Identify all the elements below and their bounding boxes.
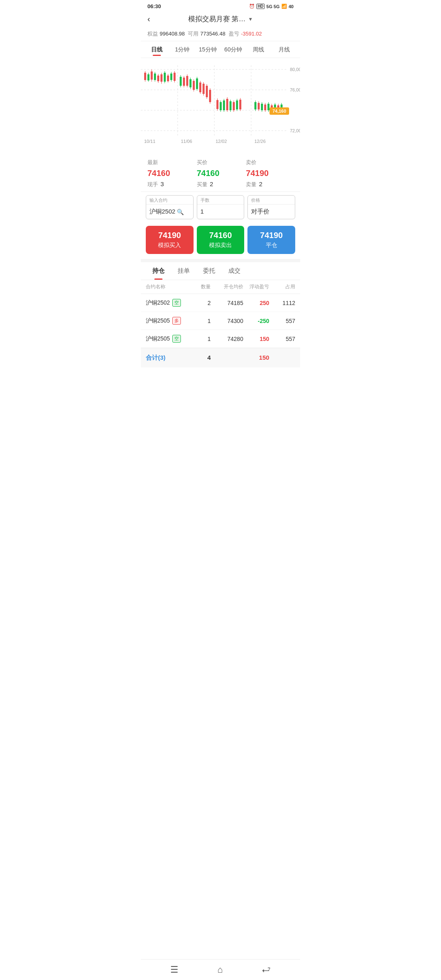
buy-qty-value: 2 bbox=[210, 180, 213, 187]
hands-value: 1 bbox=[200, 208, 204, 215]
latest-price-item: 最新 74160 现手 3 bbox=[147, 159, 195, 188]
svg-text:76,000: 76,000 bbox=[290, 87, 300, 92]
margin-3: 557 bbox=[269, 336, 295, 342]
tab-monthly[interactable]: 月线 bbox=[272, 43, 297, 56]
wifi-icon: 📶 bbox=[281, 4, 287, 9]
pnl-value: -3591.02 bbox=[241, 31, 262, 37]
tab-daily[interactable]: 日线 bbox=[144, 43, 169, 56]
app-header: ‹ 模拟交易月赛 第… ▼ bbox=[141, 11, 300, 27]
contract-value: 沪铜2502 bbox=[149, 208, 175, 216]
dropdown-arrow[interactable]: ▼ bbox=[248, 16, 253, 22]
section-divider bbox=[141, 259, 300, 262]
latest-label: 最新 bbox=[147, 159, 158, 166]
svg-text:72,000: 72,000 bbox=[290, 128, 300, 133]
sell-price-item: 卖价 74190 卖量 2 bbox=[246, 159, 294, 188]
hand-label: 现手 bbox=[147, 181, 158, 188]
page-title: 模拟交易月赛 第… bbox=[188, 14, 246, 24]
status-time: 06:30 bbox=[147, 3, 161, 9]
price-info-section: 最新 74160 现手 3 买价 74160 买量 2 卖价 74190 卖量 … bbox=[141, 156, 300, 192]
sell-button[interactable]: 74160 模拟卖出 bbox=[197, 226, 245, 254]
col-qty: 数量 bbox=[189, 283, 211, 290]
col-floating-pnl: 浮动盈亏 bbox=[243, 283, 270, 290]
contract-field[interactable]: 沪铜2502 🔍 bbox=[146, 205, 193, 219]
hands-field[interactable]: 1 bbox=[197, 205, 244, 218]
price-label: 价格 bbox=[248, 196, 295, 205]
available-value: 773546.48 bbox=[200, 31, 225, 37]
position-tabs: 持仓 挂单 委托 成交 bbox=[141, 262, 300, 280]
buy-button-label: 模拟买入 bbox=[158, 242, 181, 249]
position-table: 沪铜2502 空 2 74185 250 1112 沪铜2505 多 1 743… bbox=[141, 294, 300, 368]
buy-button[interactable]: 74190 模拟买入 bbox=[146, 226, 194, 254]
contract-name-1: 沪铜2502 空 bbox=[146, 299, 189, 307]
sell-value: 74190 bbox=[246, 169, 269, 178]
position-row-3[interactable]: 沪铜2505 空 1 74280 150 557 bbox=[141, 330, 300, 348]
hands-input-wrapper[interactable]: 手数 1 bbox=[197, 195, 245, 219]
position-row-2[interactable]: 沪铜2505 多 1 74300 -250 557 bbox=[141, 312, 300, 330]
buy-price-item: 买价 74160 买量 2 bbox=[197, 159, 245, 188]
tab-15min[interactable]: 15分钟 bbox=[195, 43, 220, 56]
sell-qty-value: 2 bbox=[259, 180, 262, 187]
sell-button-label: 模拟卖出 bbox=[209, 242, 232, 249]
svg-text:74,160: 74,160 bbox=[272, 109, 286, 114]
contract-label: 输入合约 bbox=[146, 196, 193, 205]
status-bar: 06:30 ⏰ HD 5G 5G 📶 40 bbox=[141, 0, 300, 11]
qty-3: 1 bbox=[189, 336, 211, 342]
svg-text:12/02: 12/02 bbox=[216, 139, 227, 144]
svg-text:80,000: 80,000 bbox=[290, 67, 300, 72]
col-margin: 占用 bbox=[269, 283, 295, 290]
equity-item: 权益 996408.98 bbox=[147, 30, 185, 38]
buy-value: 74160 bbox=[197, 169, 220, 178]
direction-tag-3: 空 bbox=[172, 335, 181, 343]
tab-positions[interactable]: 持仓 bbox=[146, 262, 171, 280]
price-chart: 80,000 76,000 72,000 bbox=[141, 61, 300, 151]
back-button[interactable]: ‹ bbox=[147, 14, 150, 24]
contract-input-wrapper[interactable]: 输入合约 沪铜2502 🔍 bbox=[146, 195, 194, 219]
margin-2: 557 bbox=[269, 318, 295, 324]
tab-deals[interactable]: 成交 bbox=[222, 262, 247, 280]
tab-60min[interactable]: 60分钟 bbox=[220, 43, 246, 56]
avg-price-1: 74185 bbox=[211, 300, 243, 306]
order-input-section: 输入合约 沪铜2502 🔍 手数 1 价格 对手价 bbox=[141, 192, 300, 223]
tab-entrust[interactable]: 委托 bbox=[196, 262, 222, 280]
hands-label: 手数 bbox=[197, 196, 244, 205]
total-label: 合计(3) bbox=[146, 354, 189, 362]
pnl-label: 盈亏 bbox=[229, 30, 239, 38]
battery-indicator: 40 bbox=[289, 4, 294, 9]
contract-name-2: 沪铜2505 多 bbox=[146, 317, 189, 325]
qty-2: 1 bbox=[189, 318, 211, 324]
svg-text:12/26: 12/26 bbox=[254, 139, 266, 144]
floating-pnl-3: 150 bbox=[243, 336, 270, 342]
search-icon: 🔍 bbox=[177, 209, 184, 215]
hd-badge: HD bbox=[256, 4, 265, 9]
tab-pending[interactable]: 挂单 bbox=[171, 262, 196, 280]
buy-qty-label: 买量 bbox=[197, 181, 207, 188]
col-avg-price: 开仓均价 bbox=[211, 283, 243, 290]
chart-container[interactable]: 80,000 76,000 72,000 bbox=[141, 58, 300, 156]
floating-pnl-1: 250 bbox=[243, 300, 270, 306]
tab-weekly[interactable]: 周线 bbox=[246, 43, 271, 56]
total-qty: 4 bbox=[189, 354, 211, 362]
buy-label: 买价 bbox=[197, 159, 207, 166]
alarm-icon: ⏰ bbox=[249, 4, 255, 9]
bottom-spacer bbox=[141, 368, 300, 392]
status-icons: ⏰ HD 5G 5G 📶 40 bbox=[249, 4, 294, 9]
qty-1: 2 bbox=[189, 300, 211, 306]
hand-value: 3 bbox=[160, 180, 164, 187]
equity-value: 996408.98 bbox=[160, 31, 185, 37]
price-field[interactable]: 对手价 bbox=[248, 205, 295, 219]
svg-text:10/11: 10/11 bbox=[144, 139, 156, 144]
price-input-wrapper[interactable]: 价格 对手价 bbox=[247, 195, 295, 219]
tab-1min[interactable]: 1分钟 bbox=[169, 43, 195, 56]
available-label: 可用 bbox=[188, 30, 198, 38]
position-row-1[interactable]: 沪铜2502 空 2 74185 250 1112 bbox=[141, 294, 300, 312]
floating-pnl-2: -250 bbox=[243, 318, 270, 324]
sell-label: 卖价 bbox=[246, 159, 256, 166]
svg-text:11/06: 11/06 bbox=[181, 139, 192, 144]
position-table-header: 合约名称 数量 开仓均价 浮动盈亏 占用 bbox=[141, 280, 300, 294]
avg-price-3: 74280 bbox=[211, 336, 243, 342]
equity-label: 权益 bbox=[147, 30, 158, 38]
sell-button-price: 74160 bbox=[209, 231, 232, 240]
signal-icons: 5G 5G bbox=[266, 4, 279, 9]
total-pnl: 150 bbox=[243, 354, 270, 362]
close-position-button[interactable]: 74190 平仓 bbox=[247, 226, 295, 254]
